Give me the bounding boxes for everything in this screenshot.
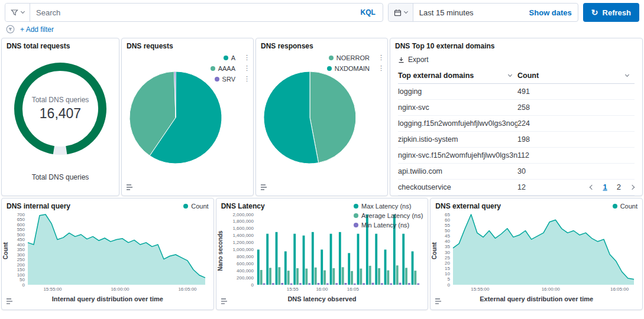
column-header-domains[interactable]: Top external domains — [398, 68, 517, 84]
legend-item[interactable]: Count — [613, 203, 637, 210]
next-page-icon[interactable] — [630, 184, 635, 189]
svg-text:1,200,000: 1,200,000 — [232, 240, 254, 245]
pie-chart[interactable] — [263, 70, 357, 165]
svg-text:150: 150 — [17, 267, 25, 272]
gauge-value: 16,407 — [40, 106, 81, 122]
date-quick-menu-button[interactable] — [389, 4, 413, 21]
chart-legend: Max Latency (ns)Average Latency (ns)Min … — [354, 203, 423, 229]
legend-options-icon[interactable]: ⋮ — [244, 75, 250, 83]
legend-dot-icon — [354, 204, 358, 209]
count-cell: 30 — [517, 164, 635, 180]
search-input[interactable] — [30, 4, 354, 21]
legend-toggle-icon[interactable] — [6, 298, 17, 307]
legend-toggle-icon[interactable] — [260, 184, 271, 193]
panel-dns-responses: DNS responses NOERROR⋮NXDOMAIN⋮ — [255, 38, 388, 196]
table-row: nginx-svc258 — [398, 100, 635, 116]
svg-text:300: 300 — [17, 252, 25, 258]
legend-item[interactable]: SRV⋮ — [215, 75, 250, 83]
legend-item[interactable]: AAAA⋮ — [211, 64, 250, 72]
legend-options-icon[interactable]: ⋮ — [378, 54, 384, 61]
svg-text:100: 100 — [17, 272, 25, 278]
panel-title: DNS internal query — [2, 198, 213, 211]
page-2-button[interactable]: 2 — [617, 183, 621, 191]
table-row: nginx-svc.f15n2womfujehfjlwv0lgs3no...11… — [398, 148, 635, 164]
column-header-label: Top external domains — [398, 71, 474, 80]
svg-text:20: 20 — [445, 261, 450, 266]
svg-text:1,000,000: 1,000,000 — [232, 247, 254, 252]
legend-item[interactable]: NOERROR⋮ — [329, 54, 384, 61]
table-pagination: 1 2 — [590, 183, 634, 191]
refresh-button[interactable]: ↻ Refresh — [583, 3, 639, 22]
time-range-display[interactable]: Last 15 minutes — [413, 8, 523, 17]
legend-dot-icon — [354, 223, 358, 227]
previous-page-icon[interactable] — [589, 184, 594, 189]
legend-toggle-icon[interactable] — [221, 298, 231, 307]
refresh-label: Refresh — [603, 8, 631, 17]
legend-label: NXDOMAIN — [335, 65, 370, 72]
legend-toggle-icon[interactable] — [435, 298, 445, 307]
gauge-label: Total DNS queries — [32, 96, 89, 104]
date-picker: Last 15 minutes Show dates — [388, 3, 578, 22]
domain-cell: logging.f15n2womfujehfjlwv0lgs3nog.... — [398, 116, 517, 132]
legend-dot-icon — [183, 204, 188, 209]
export-label: Export — [408, 56, 429, 64]
legend-label: A — [231, 54, 235, 61]
domain-cell: logging — [398, 84, 517, 100]
filter-manager-icon[interactable] — [6, 25, 15, 34]
svg-text:600,000: 600,000 — [237, 261, 254, 266]
svg-text:0: 0 — [448, 282, 451, 288]
table-row: logging491 — [398, 84, 635, 100]
legend-dot-icon — [215, 77, 219, 82]
legend-dot-icon — [224, 56, 228, 60]
chevron-down-icon — [404, 9, 408, 14]
panel-title: DNS total requests — [2, 38, 119, 51]
legend-options-icon[interactable]: ⋮ — [244, 64, 250, 72]
count-cell: 258 — [517, 100, 635, 116]
filter-bar: + Add filter — [0, 24, 644, 37]
saved-query-menu-button[interactable] — [5, 4, 30, 21]
area-chart[interactable]: 0510152025303540455055606515:55:0016:00:… — [438, 210, 640, 292]
table-row: zipkin.istio-system198 — [398, 132, 635, 148]
query-bar: KQL Last 15 minutes Show dates ↻ Refresh — [0, 0, 644, 24]
legend-item[interactable]: NXDOMAIN⋮ — [327, 64, 384, 72]
area-chart[interactable]: 0501001502002503003504004505005506006507… — [9, 210, 211, 292]
panel-title: DNS Top 10 external domains — [390, 38, 642, 51]
legend-label: Min Latency (ns) — [361, 222, 409, 229]
saved-query-icon — [11, 9, 18, 17]
svg-text:350: 350 — [17, 247, 25, 252]
svg-text:55: 55 — [445, 223, 450, 228]
svg-text:30: 30 — [445, 250, 450, 255]
show-dates-button[interactable]: Show dates — [523, 8, 578, 17]
svg-text:200: 200 — [17, 262, 25, 268]
svg-text:16:05:00: 16:05:00 — [178, 287, 197, 292]
legend-item[interactable]: A⋮ — [224, 54, 250, 61]
svg-text:16:00:00: 16:00:00 — [111, 287, 130, 292]
legend-item[interactable]: Average Latency (ns) — [354, 212, 423, 219]
page-1-button[interactable]: 1 — [603, 183, 607, 191]
legend-item[interactable]: Min Latency (ns) — [354, 222, 409, 229]
pie-chart[interactable] — [128, 70, 223, 165]
legend-label: Count — [620, 203, 637, 210]
svg-text:500: 500 — [17, 232, 25, 237]
legend-item[interactable]: Max Latency (ns) — [354, 203, 411, 210]
export-button[interactable]: Export — [390, 51, 436, 67]
column-header-count[interactable]: Count — [517, 68, 635, 84]
legend-label: Count — [191, 203, 208, 210]
chart-x-title: External query distribution over time — [431, 295, 642, 302]
legend-dot-icon — [211, 66, 215, 71]
svg-text:800,000: 800,000 — [237, 254, 254, 259]
svg-text:250: 250 — [17, 257, 25, 262]
refresh-icon: ↻ — [591, 8, 598, 17]
domain-cell: nginx-svc.f15n2womfujehfjlwv0lgs3no... — [398, 148, 517, 164]
svg-text:0: 0 — [22, 282, 25, 288]
svg-text:650: 650 — [17, 217, 25, 222]
legend-toggle-icon[interactable] — [126, 184, 137, 193]
legend-options-icon[interactable]: ⋮ — [378, 64, 384, 72]
legend-options-icon[interactable]: ⋮ — [244, 54, 250, 61]
count-cell: 112 — [517, 148, 635, 164]
add-filter-button[interactable]: + Add filter — [20, 25, 54, 34]
legend-item[interactable]: Count — [183, 203, 208, 210]
kql-language-button[interactable]: KQL — [354, 8, 383, 17]
panel-dns-latency: DNS Latency Max Latency (ns)Average Late… — [216, 198, 429, 310]
svg-text:15:55:00: 15:55:00 — [471, 287, 490, 292]
